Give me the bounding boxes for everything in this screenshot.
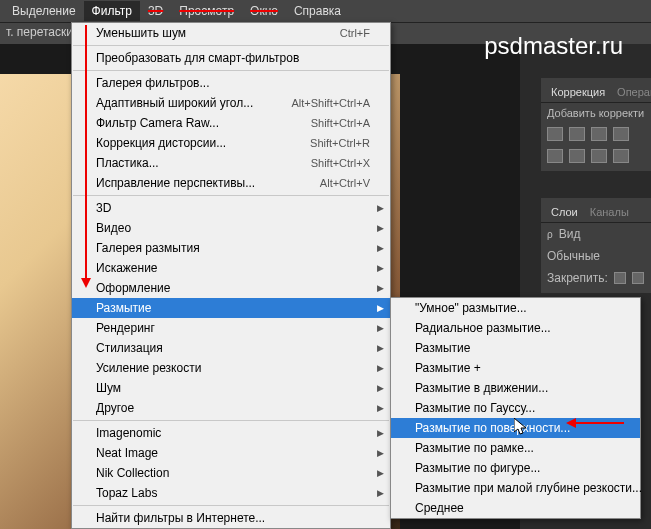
menu-filter[interactable]: Фильтр (84, 1, 140, 21)
menu-item-3d[interactable]: 3D▶ (72, 198, 390, 218)
menu-item-browse-online[interactable]: Найти фильтры в Интернете... (72, 508, 390, 528)
submenu-average[interactable]: Среднее (391, 498, 640, 518)
submenu-radial-blur[interactable]: Радиальное размытие... (391, 318, 640, 338)
submenu-motion-blur[interactable]: Размытие в движении... (391, 378, 640, 398)
watermark: psdmaster.ru (484, 32, 623, 60)
menu-help[interactable]: Справка (286, 1, 349, 21)
tab-layers[interactable]: Слои (547, 204, 582, 220)
lock-position-icon[interactable] (632, 272, 644, 284)
menu-item-lens-correction[interactable]: Коррекция дисторсии...Shift+Ctrl+R (72, 133, 390, 153)
submenu-gaussian-blur[interactable]: Размытие по Гауссу... (391, 398, 640, 418)
tab-channels[interactable]: Каналы (586, 204, 633, 220)
menu-item-sharpen[interactable]: Усиление резкости▶ (72, 358, 390, 378)
submenu-smart-blur[interactable]: "Умное" размытие... (391, 298, 640, 318)
menu-item-neat-image[interactable]: Neat Image▶ (72, 443, 390, 463)
menu-item-smart[interactable]: Преобразовать для смарт-фильтров (72, 48, 390, 68)
menu-item-stylize[interactable]: Стилизация▶ (72, 338, 390, 358)
adj-icon-7[interactable] (591, 149, 607, 163)
menu-item-distort[interactable]: Искажение▶ (72, 258, 390, 278)
blend-mode-dropdown[interactable]: Обычные (547, 249, 600, 263)
menu-3d[interactable]: 3D (140, 1, 171, 21)
adj-icon-3[interactable] (591, 127, 607, 141)
menu-item-filter-gallery[interactable]: Галерея фильтров... (72, 73, 390, 93)
menu-item-render[interactable]: Рендеринг▶ (72, 318, 390, 338)
right-panels: Коррекция Операции Добавить корректи (541, 78, 651, 171)
menu-item-last-filter[interactable]: Уменьшить шумCtrl+F (72, 23, 390, 43)
menu-item-other[interactable]: Другое▶ (72, 398, 390, 418)
menu-item-liquify[interactable]: Пластика...Shift+Ctrl+X (72, 153, 390, 173)
kind-dropdown[interactable]: Вид (559, 227, 581, 241)
adj-icon-1[interactable] (547, 127, 563, 141)
menu-item-blur[interactable]: Размытие▶ (72, 298, 390, 318)
lock-pixels-icon[interactable] (614, 272, 626, 284)
menu-item-nik[interactable]: Nik Collection▶ (72, 463, 390, 483)
submenu-lens-blur[interactable]: Размытие при малой глубине резкости... (391, 478, 640, 498)
layers-panel: Слои Каналы ρВид Обычные Закрепить: (541, 198, 651, 293)
submenu-shape-blur[interactable]: Размытие по фигуре... (391, 458, 640, 478)
blur-submenu: "Умное" размытие... Радиальное размытие.… (390, 297, 641, 519)
menubar: Выделение Фильтр 3D Просмотр Окно Справк… (0, 0, 651, 22)
menu-item-topaz[interactable]: Topaz Labs▶ (72, 483, 390, 503)
adj-icon-5[interactable] (547, 149, 563, 163)
menu-selection[interactable]: Выделение (4, 1, 84, 21)
menu-item-blur-gallery[interactable]: Галерея размытия▶ (72, 238, 390, 258)
submenu-box-blur[interactable]: Размытие по рамке... (391, 438, 640, 458)
add-correction-label: Добавить корректи (541, 103, 651, 123)
submenu-blur-more[interactable]: Размытие + (391, 358, 640, 378)
filter-menu: Уменьшить шумCtrl+F Преобразовать для см… (71, 22, 391, 529)
menu-item-stylize-decor[interactable]: Оформление▶ (72, 278, 390, 298)
adj-icon-4[interactable] (613, 127, 629, 141)
menu-window[interactable]: Окно (242, 1, 286, 21)
adj-icon-2[interactable] (569, 127, 585, 141)
lock-label: Закрепить: (547, 271, 608, 285)
menu-item-vanishing-point[interactable]: Исправление перспективы...Alt+Ctrl+V (72, 173, 390, 193)
menu-item-adaptive-wide[interactable]: Адаптивный широкий угол...Alt+Shift+Ctrl… (72, 93, 390, 113)
menu-item-camera-raw[interactable]: Фильтр Camera Raw...Shift+Ctrl+A (72, 113, 390, 133)
tab-corrections[interactable]: Коррекция (547, 84, 609, 100)
submenu-blur[interactable]: Размытие (391, 338, 640, 358)
menu-item-video[interactable]: Видео▶ (72, 218, 390, 238)
menu-view[interactable]: Просмотр (171, 1, 242, 21)
adj-icon-8[interactable] (613, 149, 629, 163)
submenu-surface-blur[interactable]: Размытие по поверхности... (391, 418, 640, 438)
menu-item-noise[interactable]: Шум▶ (72, 378, 390, 398)
menu-item-imagenomic[interactable]: Imagenomic▶ (72, 423, 390, 443)
adj-icon-6[interactable] (569, 149, 585, 163)
tab-actions[interactable]: Операции (613, 84, 651, 100)
